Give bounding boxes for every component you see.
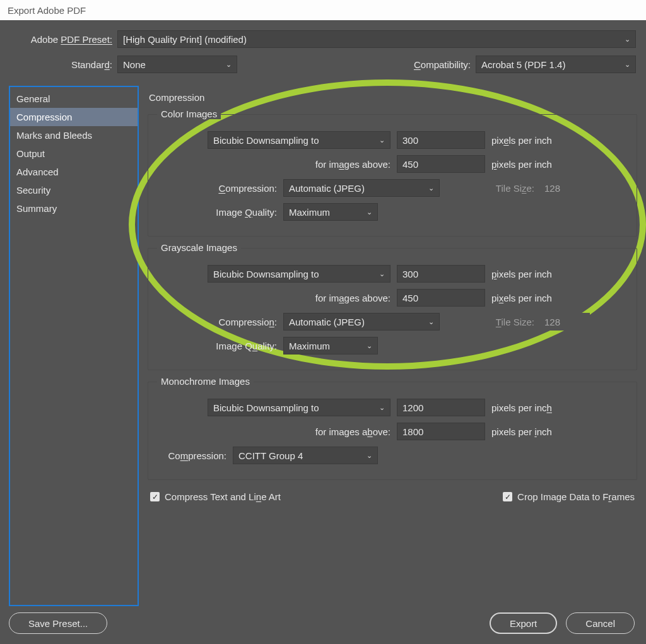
chevron-down-icon: ⌄ <box>367 342 372 350</box>
export-pdf-dialog: Export Adobe PDF Adobe PDF Preset: [High… <box>0 0 646 644</box>
chevron-down-icon: ⌄ <box>367 208 372 216</box>
preset-select[interactable]: [High Quality Print] (modified) ⌄ <box>117 30 636 48</box>
color-images-group: Color Images Bicubic Downsampling to⌄ 30… <box>148 114 637 237</box>
tile-size-label: Tile Size: <box>478 317 534 327</box>
chevron-down-icon: ⌄ <box>379 404 385 412</box>
sidebar-item-security[interactable]: Security <box>10 181 138 199</box>
ppi-unit: pixels per inch <box>485 426 552 437</box>
gray-above-input[interactable]: 450 <box>397 289 485 307</box>
header-section: Adobe PDF Preset: [High Quality Print] (… <box>0 20 646 86</box>
chevron-down-icon: ⌄ <box>625 61 630 69</box>
above-label: for images above: <box>157 293 397 303</box>
window-title: Export Adobe PDF <box>8 5 86 16</box>
chevron-down-icon: ⌄ <box>625 35 630 44</box>
group-title: Grayscale Images <box>157 242 241 253</box>
color-quality-select[interactable]: Maximum⌄ <box>283 203 378 221</box>
tile-size-label: Tile Size: <box>478 183 534 194</box>
grayscale-images-group: Grayscale Images Bicubic Downsampling to… <box>148 248 637 370</box>
mono-compression-select[interactable]: CCITT Group 4⌄ <box>233 447 378 464</box>
ppi-unit: pixels per inch <box>485 135 552 146</box>
window-titlebar: Export Adobe PDF <box>0 0 646 20</box>
save-preset-button[interactable]: Save Preset... <box>9 612 107 634</box>
above-label: for images above: <box>157 159 397 170</box>
ppi-unit: pixels per inch <box>485 402 552 413</box>
group-title: Color Images <box>157 108 221 119</box>
chevron-down-icon: ⌄ <box>379 270 385 278</box>
sidebar-item-output[interactable]: Output <box>10 144 138 163</box>
checkbox-label: Crop Image Data to Frames <box>517 491 635 502</box>
preset-label: Adobe PDF Preset: <box>10 34 117 45</box>
gray-sampling-select[interactable]: Bicubic Downsampling to⌄ <box>208 265 391 283</box>
compression-label: Compression: <box>157 183 283 194</box>
checkbox-checked-icon <box>150 492 160 501</box>
sidebar-item-marks-bleeds[interactable]: Marks and Bleeds <box>10 126 138 144</box>
checkbox-label: Compress Text and Line Art <box>165 491 281 502</box>
color-tile-size-input: 128 <box>539 179 590 197</box>
mono-ppi-input[interactable]: 1200 <box>397 399 485 416</box>
crop-image-checkbox[interactable]: Crop Image Data to Frames <box>503 491 635 502</box>
compatibility-select[interactable]: Acrobat 5 (PDF 1.4) ⌄ <box>476 56 636 73</box>
monochrome-images-group: Monochrome Images Bicubic Downsampling t… <box>148 382 637 480</box>
sidebar-item-general[interactable]: General <box>10 90 138 108</box>
gray-compression-select[interactable]: Automatic (JPEG)⌄ <box>283 313 440 331</box>
cancel-button[interactable]: Cancel <box>566 612 635 634</box>
color-ppi-input[interactable]: 300 <box>397 131 485 149</box>
ppi-unit: pixels per inch <box>485 293 552 303</box>
ppi-unit: pixels per inch <box>485 159 552 170</box>
standard-select[interactable]: None ⌄ <box>117 56 237 73</box>
category-sidebar: General Compression Marks and Bleeds Out… <box>9 86 139 606</box>
gray-ppi-input[interactable]: 300 <box>397 265 485 283</box>
mono-above-input[interactable]: 1800 <box>397 423 485 440</box>
checkbox-checked-icon <box>503 492 512 501</box>
sidebar-item-compression[interactable]: Compression <box>10 108 138 126</box>
dialog-footer: Save Preset... Export Cancel <box>0 606 646 644</box>
chevron-down-icon: ⌄ <box>428 318 434 326</box>
compression-label: Compression: <box>157 450 233 461</box>
panel-title: Compression <box>149 92 637 103</box>
chevron-down-icon: ⌄ <box>379 136 385 144</box>
compatibility-label: Compatibility: <box>414 59 476 70</box>
sidebar-item-summary[interactable]: Summary <box>10 199 138 218</box>
quality-label: Image Quality: <box>157 207 283 218</box>
color-above-input[interactable]: 450 <box>397 155 485 173</box>
compression-panel: Compression Color Images Bicubic Downsam… <box>148 86 637 606</box>
chevron-down-icon: ⌄ <box>367 452 372 460</box>
color-compression-select[interactable]: Automatic (JPEG)⌄ <box>283 179 440 197</box>
standard-label: Standard: <box>10 59 117 70</box>
above-label: for images above: <box>157 426 397 437</box>
ppi-unit: pixels per inch <box>485 269 552 279</box>
sidebar-item-advanced[interactable]: Advanced <box>10 163 138 181</box>
color-sampling-select[interactable]: Bicubic Downsampling to⌄ <box>208 131 391 149</box>
gray-quality-select[interactable]: Maximum⌄ <box>283 337 378 354</box>
group-title: Monochrome Images <box>157 376 254 387</box>
gray-tile-size-input: 128 <box>539 313 590 331</box>
export-button[interactable]: Export <box>490 612 557 634</box>
quality-label: Image Quality: <box>157 341 283 351</box>
compress-text-checkbox[interactable]: Compress Text and Line Art <box>150 491 281 502</box>
chevron-down-icon: ⌄ <box>226 61 232 69</box>
mono-sampling-select[interactable]: Bicubic Downsampling to⌄ <box>208 399 391 416</box>
chevron-down-icon: ⌄ <box>428 184 434 192</box>
compression-label: Compression: <box>157 317 283 327</box>
